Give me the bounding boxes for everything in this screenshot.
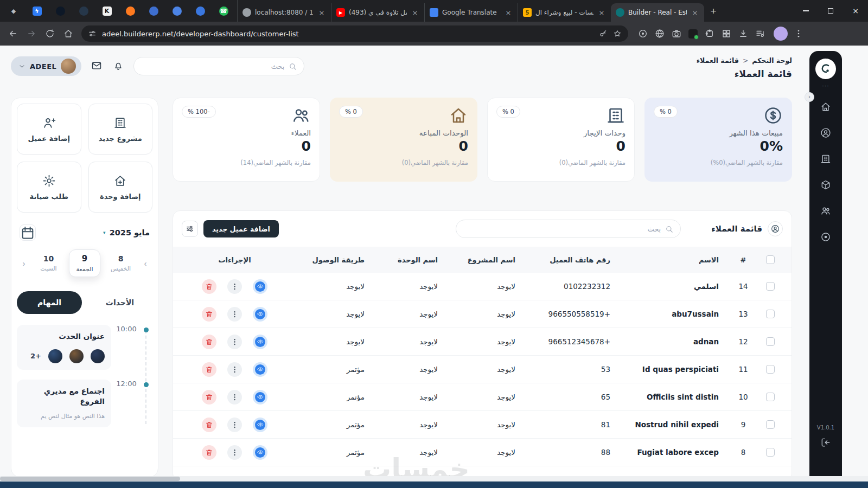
url-text[interactable]: adeel.buildererp.net/developer-dashboard…: [102, 30, 593, 38]
delete-button[interactable]: [202, 362, 216, 377]
row-menu-button[interactable]: [227, 279, 242, 294]
delete-button[interactable]: [202, 335, 216, 349]
calendar-button[interactable]: [20, 224, 36, 241]
camera-icon[interactable]: [672, 29, 681, 38]
user-menu-button[interactable]: ADEEL: [11, 56, 81, 76]
globe-icon[interactable]: [655, 29, 665, 38]
sidebar-item-target[interactable]: [820, 232, 831, 242]
target-icon[interactable]: [638, 29, 648, 38]
table-search-input[interactable]: [463, 225, 661, 233]
logout-button[interactable]: [820, 437, 831, 448]
row-menu-button[interactable]: [227, 335, 242, 349]
delete-button[interactable]: [202, 307, 216, 322]
tab-close-icon[interactable]: ×: [597, 9, 606, 17]
site-info-icon[interactable]: [88, 29, 97, 38]
browser-tab[interactable]: ▶(493) أجمل تلاوة في ي×: [331, 3, 424, 22]
tab-close-icon[interactable]: ×: [317, 9, 326, 17]
notifications-button[interactable]: [112, 60, 125, 73]
browser-tab[interactable]: Builder - Real - Estate×: [611, 3, 704, 22]
badge-icon[interactable]: [688, 29, 698, 38]
scrollbar-thumb[interactable]: [0, 477, 180, 481]
download-icon[interactable]: [738, 29, 748, 38]
view-button[interactable]: [253, 307, 267, 322]
view-button[interactable]: [253, 390, 267, 404]
bookmark-star-icon[interactable]: [613, 29, 622, 38]
minimize-button[interactable]: [793, 0, 818, 22]
delete-button[interactable]: [202, 418, 216, 432]
calendar-prev-icon[interactable]: ‹: [20, 259, 28, 268]
view-button[interactable]: [253, 445, 267, 460]
view-button[interactable]: [253, 335, 267, 349]
puzzle-icon[interactable]: [705, 29, 714, 38]
row-checkbox[interactable]: [766, 420, 775, 429]
row-menu-button[interactable]: [227, 390, 242, 404]
tab-close-icon[interactable]: ×: [411, 9, 419, 17]
sidebar-item-users[interactable]: [820, 206, 831, 216]
horizontal-scrollbar[interactable]: [0, 476, 868, 481]
pinned-tab[interactable]: [145, 3, 162, 19]
back-button[interactable]: [5, 26, 21, 41]
breadcrumb-root[interactable]: لوحة التحكم: [752, 56, 792, 65]
filter-button[interactable]: [182, 221, 198, 237]
browser-tab[interactable]: Google Translate×: [424, 3, 518, 22]
sidebar-item-cube[interactable]: [820, 179, 831, 190]
tab-close-icon[interactable]: ×: [504, 9, 513, 17]
calendar-next-icon[interactable]: ›: [141, 259, 150, 268]
pinned-tab[interactable]: ☎: [215, 3, 232, 19]
quick-action-building[interactable]: مشروع جديد: [88, 104, 153, 155]
forward-button[interactable]: [24, 26, 39, 41]
browser-menu-button[interactable]: [791, 26, 806, 41]
row-checkbox[interactable]: [766, 393, 775, 401]
view-button[interactable]: [253, 418, 267, 432]
quick-action-home-plus[interactable]: إضافة وحدة: [88, 162, 153, 213]
pinned-tab[interactable]: ◆: [5, 3, 22, 19]
event-card[interactable]: اجتماع مع مديري الفروعهذا النص هو مثال ل…: [17, 380, 111, 428]
pinned-tab[interactable]: [75, 3, 92, 19]
quick-action-user-plus[interactable]: إضافة عميل: [17, 104, 81, 155]
password-key-icon[interactable]: [599, 29, 608, 38]
pinned-tab[interactable]: ϟ: [29, 3, 45, 19]
quick-action-gear[interactable]: طلب صيانة: [17, 162, 81, 213]
calendar-month[interactable]: مايو 2025: [110, 228, 150, 237]
address-bar[interactable]: adeel.buildererp.net/developer-dashboard…: [81, 25, 628, 42]
row-menu-button[interactable]: [227, 362, 242, 377]
row-menu-button[interactable]: [227, 418, 242, 432]
row-checkbox[interactable]: [766, 448, 775, 457]
calendar-day[interactable]: 9الجمعة: [69, 249, 100, 277]
add-customer-button[interactable]: اضافة عميل جديد: [203, 220, 279, 237]
delete-button[interactable]: [202, 445, 216, 460]
row-checkbox[interactable]: [766, 282, 775, 291]
browser-tab[interactable]: 5خمسات - لبيع وشراء ال×: [518, 3, 611, 22]
global-search-input[interactable]: [141, 62, 284, 70]
app-logo[interactable]: [815, 59, 836, 79]
event-card[interactable]: عنوان الحدث+2: [17, 325, 111, 370]
home-button[interactable]: [61, 26, 76, 41]
sidebar-item-building[interactable]: [820, 153, 831, 164]
select-all-checkbox[interactable]: [766, 255, 775, 264]
new-tab-button[interactable]: +: [704, 2, 723, 21]
tab-events[interactable]: الأحداث: [87, 291, 152, 314]
row-menu-button[interactable]: [227, 307, 242, 322]
pinned-tab[interactable]: [169, 3, 185, 19]
global-search[interactable]: [133, 57, 304, 75]
view-button[interactable]: [253, 279, 267, 294]
profile-avatar[interactable]: [774, 27, 788, 41]
sidebar-collapse-button[interactable]: ‹: [805, 92, 814, 102]
pinned-tab[interactable]: K: [99, 3, 115, 19]
close-button[interactable]: ×: [843, 0, 868, 22]
pinned-tab[interactable]: [122, 3, 138, 19]
sidebar-item-home[interactable]: [820, 101, 831, 112]
pinned-tab[interactable]: [52, 3, 68, 19]
tab-tasks[interactable]: المهام: [17, 291, 82, 314]
row-menu-button[interactable]: [227, 445, 242, 460]
messages-button[interactable]: [90, 60, 103, 73]
table-search[interactable]: [456, 220, 681, 238]
row-checkbox[interactable]: [766, 310, 775, 318]
calendar-day[interactable]: 10السبت: [33, 251, 65, 276]
pinned-tab[interactable]: [192, 3, 208, 19]
media-list-icon[interactable]: [755, 29, 765, 38]
browser-tab[interactable]: localhost:8080 / 127.0×: [238, 3, 331, 22]
tab-close-icon[interactable]: ×: [691, 9, 699, 17]
maximize-button[interactable]: [818, 0, 843, 22]
delete-button[interactable]: [202, 390, 216, 404]
